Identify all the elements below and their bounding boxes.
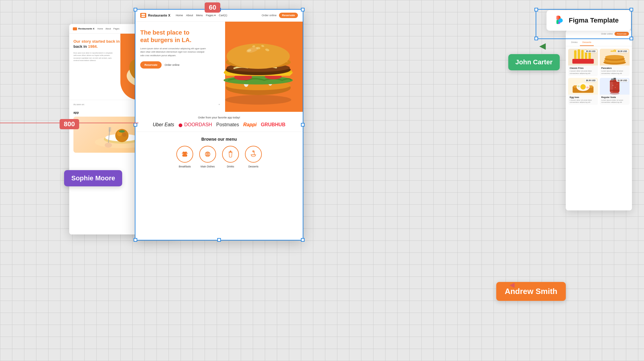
svg-rect-63 [572,59,594,64]
svg-rect-82 [611,78,614,80]
drinks-label: Drinks [227,165,234,168]
svg-rect-81 [610,90,620,90]
svg-point-75 [577,85,580,87]
menu-item-drinks[interactable]: Drinks [222,146,239,168]
svg-point-74 [581,84,586,90]
figma-template-badge: Figma Template [546,10,631,31]
menu-card-regular-soda[interactable]: $1.99 USD Regular Sod [600,78,630,105]
nav-pages[interactable]: Pages ▾ [206,14,216,17]
main-dishes-icon [199,146,216,163]
nav-logo-icon [140,13,146,18]
menu-card-pancakes[interactable]: $8.99 USD Pancakes Lorem ipsum dolor sit… [600,49,630,76]
back-logo-text: Restaurante X [78,27,94,30]
figma-handle-tl[interactable] [534,8,538,11]
postmates-logo: Postmates [216,122,239,127]
measurement-800: 800 [60,119,79,129]
hero-title: The best place to eat burgers in LA. [140,29,206,44]
svg-point-84 [612,85,614,86]
right-panel-reservate[interactable]: Reservate [615,32,629,36]
menu-icons-row: Breakfasts Main Dishes [140,146,298,168]
rappi-logo: Rappi [243,122,256,127]
svg-point-54 [206,155,210,156]
tab-drinks[interactable]: Drinks [569,40,580,46]
grubhub-logo: GRUBHUB [261,122,286,127]
figma-logo-icon [553,14,565,26]
svg-point-68 [605,55,624,59]
svg-rect-90 [556,20,559,24]
svg-point-25 [105,143,112,148]
back-nav-links: Home About Pages [98,28,119,30]
measurement-60: 60 [205,2,220,13]
andrew-smith-badge: Andrew Smith [496,282,566,301]
menu-card-classic-fries[interactable]: $5.99 USD Classic Fries n ipsum dolor si… [568,49,598,76]
nav-home[interactable]: Home [176,14,183,17]
nav-arrow-orange: ◀ [509,281,515,289]
regular-soda-desc: Lorem ipsum dolor sit amet consectetur a… [601,99,628,104]
sophie-moore-badge: Sophie Moore [64,170,122,186]
right-panel-order: Order online [601,33,613,35]
menu-item-desserts[interactable]: Desserts [245,146,262,168]
nav-arrow-green: ◀ [539,41,546,51]
menu-item-breakfasts[interactable]: Breakfasts [176,146,193,168]
nav-cart[interactable]: Cart(1) [219,14,227,17]
classic-fries-name: Classic Fries [570,67,596,69]
hero-reservate-button[interactable]: Reservate [140,61,162,69]
main-website-card: Restaurante X Home About Menu Pages ▾ Ca… [135,9,303,240]
menu-card-egg-toast[interactable]: $6.99 USD Egg toas n ipsum dolor sit ame… [568,78,598,105]
breakfasts-icon [176,146,193,163]
nav-about[interactable]: About [186,14,193,17]
tab-desserts[interactable]: Desserts [580,40,594,46]
classic-fries-body: Classic Fries n ipsum dolor sit amet dol… [568,66,598,76]
right-panel-tabs: Drinks Desserts [566,38,632,46]
classic-fries-price: $5.99 USD [585,50,597,53]
drinks-icon [222,146,239,163]
nav-menu[interactable]: Menu [196,14,203,17]
back-as-seen-text: As seen on: [73,103,85,106]
doordash-logo: ⬤ DOORDASH [178,122,212,127]
desserts-icon [245,146,262,163]
hero-subtitle: Lorem ipsum dolor sit amet consectetur a… [140,47,206,57]
back-desc: Duis aute irure dolor in reprehenderit i… [73,52,116,62]
egg-toast-desc: n ipsum dolor sit amet dolur consectetur… [570,99,596,104]
hero-order-button[interactable]: Order online [165,63,180,66]
svg-point-76 [586,87,589,88]
nav-order-online[interactable]: Order online [262,14,277,17]
figma-handle-bl[interactable] [534,37,538,40]
svg-point-83 [610,92,620,94]
pancakes-desc: Lorem ipsum dolor sit amet consectetur a… [601,70,628,75]
hero-title-orange: eat burgers in LA. [140,37,191,43]
ubereats-logo: Uber Eats [153,122,174,127]
egg-toast-name: Egg toas [570,96,596,99]
figma-handle-tr[interactable] [630,8,633,11]
nav-logo-text: Restaurante X [148,14,170,17]
menu-item-main-dishes[interactable]: Main Dishes [199,146,216,168]
menu-section: Browse our menu Breakfasts [135,132,303,171]
back-logo: Restaurante X [73,27,94,30]
svg-point-89 [559,18,563,23]
app-logos-row: Uber Eats ⬤ DOORDASH Postmates Rappi GRU… [140,122,298,127]
regular-soda-price: $1.99 USD [616,79,628,82]
svg-point-19 [122,133,126,137]
svg-rect-55 [230,151,231,152]
classic-fries-desc: n ipsum dolor sit amet dolur consectetur… [570,70,596,75]
apps-title: Order from your favorite app today! [140,116,298,119]
svg-rect-26 [141,14,145,15]
back-nav-pages: Pages [113,28,119,30]
back-hero-text: Our story started back in back in 1984. … [73,39,120,62]
svg-point-85 [615,87,616,88]
apps-section: Order from your favorite app today! Uber… [135,112,303,132]
pancakes-price: $8.99 USD [616,50,628,53]
svg-point-56 [253,151,254,152]
pancakes-body: Pancakes Lorem ipsum dolor sit amet cons… [600,66,630,76]
nav-reservate-button[interactable]: Reservate [279,13,298,18]
menu-cards-grid: $5.99 USD Classic Fries n ipsum dolor si… [566,46,632,107]
pancakes-name: Pancakes [601,67,628,69]
nav-links: Home About Menu Pages ▾ Cart(1) [176,14,257,17]
nav-actions: Order online Reservate [262,13,298,18]
svg-rect-91 [556,16,559,20]
desserts-label: Desserts [248,165,259,168]
hero-content: The best place to eat burgers in LA. Lor… [140,29,206,69]
egg-toast-price: $6.99 USD [585,79,597,82]
back-story-title: Our story started back in back in 1984. [73,39,120,49]
svg-rect-47 [182,154,187,157]
